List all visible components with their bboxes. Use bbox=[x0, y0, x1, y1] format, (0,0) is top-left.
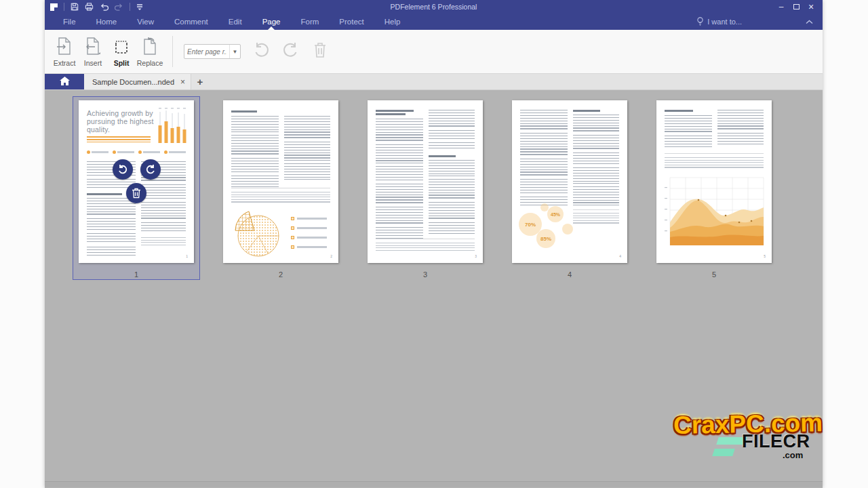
maximize-button[interactable] bbox=[790, 1, 802, 12]
page-thumbnail-3[interactable]: 3 bbox=[368, 100, 483, 263]
page-thumbnail-5[interactable]: 5 bbox=[656, 100, 772, 263]
lightbulb-icon bbox=[696, 17, 704, 27]
save-icon[interactable] bbox=[71, 3, 79, 11]
combobox-dropdown-icon[interactable]: ▼ bbox=[229, 45, 240, 58]
menu-protect[interactable]: Protect bbox=[329, 14, 374, 30]
filecr-com-text: .com bbox=[783, 450, 803, 460]
footnote-lines bbox=[665, 157, 764, 169]
page-thumbnail-4[interactable]: 70% 45% 85% 4 bbox=[512, 100, 627, 263]
text-lines bbox=[376, 184, 423, 204]
print-icon[interactable] bbox=[85, 3, 94, 11]
page-thumbnail-1[interactable]: Achieving growth by pursuing the highest… bbox=[79, 100, 194, 263]
tab-close-icon[interactable]: × bbox=[179, 78, 186, 86]
menu-view[interactable]: View bbox=[127, 14, 164, 30]
page-action-icons bbox=[253, 41, 328, 62]
window-controls: – × bbox=[775, 1, 823, 12]
insert-button[interactable]: Insert bbox=[79, 33, 107, 70]
page4-footer-number: 4 bbox=[619, 254, 621, 258]
divider bbox=[64, 3, 64, 11]
page4-bubble-chart: 70% 45% 85% bbox=[517, 203, 585, 253]
bubble-85: 85% bbox=[536, 229, 555, 248]
page2-footer-number: 2 bbox=[330, 254, 332, 258]
legend-swatch bbox=[291, 236, 294, 239]
text-lines bbox=[231, 116, 279, 132]
text-lines bbox=[376, 207, 423, 224]
text-lines bbox=[141, 202, 186, 220]
text-lines bbox=[376, 119, 423, 142]
bullet-icon bbox=[87, 150, 90, 154]
text-lines bbox=[231, 176, 279, 188]
page-range-combobox[interactable]: ▼ bbox=[184, 44, 241, 59]
maximize-icon bbox=[793, 4, 800, 9]
divider bbox=[665, 153, 764, 154]
undo-icon[interactable] bbox=[100, 3, 108, 11]
text-lines bbox=[87, 218, 136, 230]
replace-icon bbox=[141, 37, 159, 57]
customize-toolbar-icon[interactable] bbox=[136, 3, 143, 10]
menu-page[interactable]: Page bbox=[252, 14, 291, 30]
legend-item bbox=[291, 236, 327, 239]
text-lines bbox=[429, 202, 475, 220]
menu-bar: File Home View Comment Edit Page Form Pr… bbox=[45, 14, 823, 30]
text-lines bbox=[429, 160, 475, 176]
delete-page-icon bbox=[313, 41, 328, 62]
text-lines bbox=[717, 110, 764, 130]
page-range-input[interactable] bbox=[184, 48, 229, 56]
page-number-4: 4 bbox=[512, 270, 627, 279]
page-thumbnail-2[interactable]: 2 bbox=[223, 100, 338, 263]
text-lines bbox=[665, 115, 712, 133]
page1-bullet-row bbox=[87, 150, 186, 154]
menu-form[interactable]: Form bbox=[290, 14, 329, 30]
text-lines bbox=[520, 133, 568, 156]
replace-button[interactable]: Replace bbox=[136, 33, 164, 70]
text-lines bbox=[520, 110, 568, 130]
filecr-watermark: FILECR .com bbox=[712, 431, 821, 465]
text-lines bbox=[573, 152, 619, 165]
legend-swatch bbox=[291, 217, 294, 220]
bullet-item bbox=[164, 150, 186, 154]
menu-help[interactable]: Help bbox=[374, 14, 411, 30]
insert-label: Insert bbox=[84, 59, 102, 67]
close-button[interactable]: × bbox=[805, 1, 817, 12]
text-lines bbox=[141, 237, 186, 245]
delete-page-overlay-button[interactable] bbox=[126, 183, 146, 203]
extract-button[interactable]: Extract bbox=[50, 33, 79, 70]
text-lines bbox=[520, 179, 568, 194]
rotate-right-overlay-button[interactable] bbox=[140, 159, 161, 180]
text-lines bbox=[573, 186, 619, 205]
legend-item bbox=[291, 245, 327, 249]
page1-bar-chart bbox=[156, 108, 189, 147]
i-want-to[interactable]: I want to... bbox=[696, 17, 742, 27]
text-lines bbox=[429, 130, 475, 140]
new-tab-button[interactable]: + bbox=[191, 74, 209, 89]
text-lines bbox=[573, 135, 619, 150]
split-button[interactable]: Split bbox=[107, 33, 136, 70]
extract-label: Extract bbox=[54, 59, 76, 67]
collapse-ribbon-icon[interactable] bbox=[806, 20, 813, 24]
document-tab[interactable]: Sample Documen...nded × bbox=[84, 74, 191, 89]
page2-chart-legend bbox=[291, 217, 327, 249]
tab-bar: Sample Documen...nded × + bbox=[45, 74, 823, 90]
menu-edit[interactable]: Edit bbox=[218, 14, 252, 30]
text-lines bbox=[141, 184, 186, 199]
page2-pie-chart bbox=[229, 207, 283, 260]
toolbar-divider bbox=[172, 36, 173, 67]
filecr-text: FILECR bbox=[742, 431, 810, 452]
menu-home[interactable]: Home bbox=[86, 14, 127, 30]
bullet-icon bbox=[113, 150, 116, 154]
insert-icon bbox=[84, 37, 102, 57]
text-lines bbox=[429, 179, 475, 199]
menu-file[interactable]: File bbox=[53, 14, 86, 30]
title-bar: PDFelement 6 Professional – × bbox=[45, 0, 823, 14]
home-icon bbox=[60, 76, 70, 88]
filecr-logo-icon bbox=[712, 449, 735, 456]
minimize-button[interactable]: – bbox=[775, 1, 787, 12]
text-lines bbox=[429, 110, 475, 127]
divider bbox=[130, 3, 130, 11]
menu-comment[interactable]: Comment bbox=[164, 14, 218, 30]
text-heading bbox=[231, 110, 257, 113]
bubble-45: 45% bbox=[547, 206, 564, 222]
rotate-left-overlay-button[interactable] bbox=[113, 159, 133, 180]
text-lines bbox=[376, 227, 423, 239]
home-tab-button[interactable] bbox=[45, 74, 84, 89]
